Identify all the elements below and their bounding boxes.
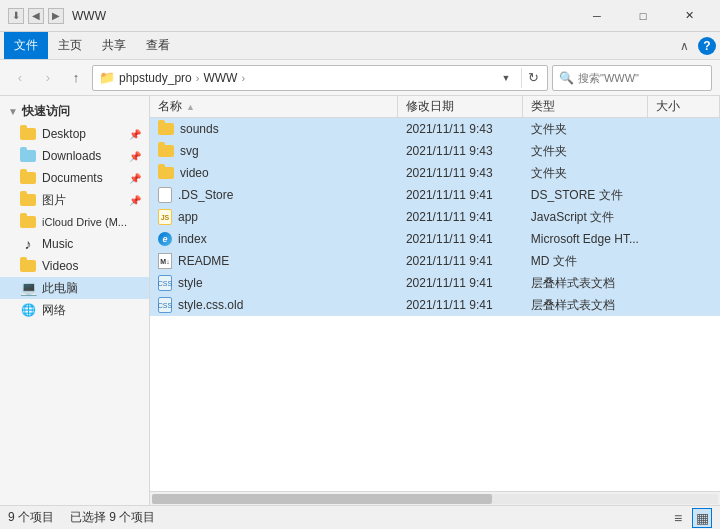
sidebar-network-label: 网络 <box>42 302 66 319</box>
help-icon[interactable]: ? <box>698 37 716 55</box>
file-cell-type: 层叠样式表文档 <box>523 272 648 294</box>
nav-back-button[interactable]: ‹ <box>8 66 32 90</box>
file-list-body[interactable]: sounds 2021/11/11 9:43 文件夹 svg 2021/11/1… <box>150 118 720 491</box>
sidebar-item-network[interactable]: 🌐 网络 <box>0 299 149 321</box>
window-title: WWW <box>72 9 574 23</box>
address-content: phpstudy_pro › WWW › <box>119 71 493 85</box>
file-list-header: 名称 ▲ 修改日期 类型 大小 <box>150 96 720 118</box>
sidebar-item-pictures[interactable]: 图片 📌 <box>0 189 149 211</box>
folder-icon <box>158 145 174 157</box>
address-bar[interactable]: 📁 phpstudy_pro › WWW › ▼ ↻ <box>92 65 548 91</box>
sidebar: ▼ 快速访问 Desktop 📌 Downloads 📌 Documents <box>0 96 150 505</box>
file-cell-name: CSS style.css.old <box>150 294 398 316</box>
quick-access-chevron: ▼ <box>8 106 18 117</box>
table-row[interactable]: e index 2021/11/11 9:41 Microsoft Edge H… <box>150 228 720 250</box>
documents-pin-icon: 📌 <box>129 173 141 184</box>
sidebar-item-icloud[interactable]: iCloud Drive (M... <box>0 211 149 233</box>
downloads-folder-icon <box>20 148 36 164</box>
table-row[interactable]: CSS style 2021/11/11 9:41 层叠样式表文档 <box>150 272 720 294</box>
sidebar-music-label: Music <box>42 237 73 251</box>
file-cell-size <box>648 118 720 140</box>
selected-count: 已选择 9 个项目 <box>70 509 155 526</box>
file-cell-name: JS app <box>150 206 398 228</box>
css-file-icon: CSS <box>158 297 172 313</box>
file-cell-type: 文件夹 <box>523 140 648 162</box>
quick-access-label: 快速访问 <box>22 103 70 120</box>
sidebar-downloads-label: Downloads <box>42 149 101 163</box>
file-cell-size <box>648 140 720 162</box>
network-icon: 🌐 <box>20 302 36 318</box>
sort-indicator: ▲ <box>186 102 195 112</box>
folder-icon <box>158 123 174 135</box>
sidebar-item-desktop[interactable]: Desktop 📌 <box>0 123 149 145</box>
quick-access-icon[interactable]: ⬇ <box>8 8 24 24</box>
sidebar-item-videos[interactable]: Videos <box>0 255 149 277</box>
search-input[interactable] <box>578 72 716 84</box>
sidebar-item-documents[interactable]: Documents 📌 <box>0 167 149 189</box>
nav-up-button[interactable]: ↑ <box>64 66 88 90</box>
col-header-date[interactable]: 修改日期 <box>398 96 523 117</box>
search-bar[interactable]: 🔍 <box>552 65 712 91</box>
file-cell-name: CSS style <box>150 272 398 294</box>
file-cell-date: 2021/11/11 9:43 <box>398 140 523 162</box>
table-row[interactable]: svg 2021/11/11 9:43 文件夹 <box>150 140 720 162</box>
menu-bar: 文件 主页 共享 查看 ∧ ? <box>0 32 720 60</box>
menu-file[interactable]: 文件 <box>4 32 48 59</box>
status-bar: 9 个项目 已选择 9 个项目 ≡ ▦ <box>0 505 720 529</box>
file-cell-name: video <box>150 162 398 184</box>
file-cell-date: 2021/11/11 9:41 <box>398 184 523 206</box>
sidebar-pictures-label: 图片 <box>42 192 66 209</box>
file-cell-type: Microsoft Edge HT... <box>523 228 648 250</box>
quick-access-header[interactable]: ▼ 快速访问 <box>0 100 149 123</box>
col-header-name[interactable]: 名称 ▲ <box>150 96 398 117</box>
col-header-type[interactable]: 类型 <box>523 96 648 117</box>
search-icon: 🔍 <box>559 71 574 85</box>
md-file-icon: M↓ <box>158 253 172 269</box>
table-row[interactable]: .DS_Store 2021/11/11 9:41 DS_STORE 文件 <box>150 184 720 206</box>
close-button[interactable]: ✕ <box>666 0 712 32</box>
back-icon[interactable]: ◀ <box>28 8 44 24</box>
file-cell-type: 文件夹 <box>523 118 648 140</box>
documents-folder-icon <box>20 170 36 186</box>
sidebar-thispc-label: 此电脑 <box>42 280 78 297</box>
table-row[interactable]: video 2021/11/11 9:43 文件夹 <box>150 162 720 184</box>
menu-share[interactable]: 共享 <box>92 32 136 59</box>
address-sep-1: › <box>196 72 200 84</box>
window-controls: ─ □ ✕ <box>574 0 712 32</box>
main-area: ▼ 快速访问 Desktop 📌 Downloads 📌 Documents <box>0 96 720 505</box>
details-view-toggle[interactable]: ≡ <box>668 508 688 528</box>
js-file-icon: JS <box>158 209 172 225</box>
file-cell-type: 层叠样式表文档 <box>523 294 648 316</box>
file-cell-date: 2021/11/11 9:41 <box>398 294 523 316</box>
file-area: 名称 ▲ 修改日期 类型 大小 sounds 2021/11 <box>150 96 720 505</box>
sidebar-item-thispc[interactable]: 💻 此电脑 <box>0 277 149 299</box>
sidebar-icloud-label: iCloud Drive (M... <box>42 216 127 228</box>
table-row[interactable]: sounds 2021/11/11 9:43 文件夹 <box>150 118 720 140</box>
address-dropdown-button[interactable]: ▼ <box>497 69 515 87</box>
maximize-button[interactable]: □ <box>620 0 666 32</box>
file-cell-date: 2021/11/11 9:43 <box>398 118 523 140</box>
address-sep-2: › <box>241 72 245 84</box>
view-toggles: ≡ ▦ <box>668 508 712 528</box>
table-row[interactable]: CSS style.css.old 2021/11/11 9:41 层叠样式表文… <box>150 294 720 316</box>
forward-icon[interactable]: ▶ <box>48 8 64 24</box>
sidebar-item-music[interactable]: ♪ Music <box>0 233 149 255</box>
list-view-toggle[interactable]: ▦ <box>692 508 712 528</box>
title-bar: ⬇ ◀ ▶ WWW ─ □ ✕ <box>0 0 720 32</box>
table-row[interactable]: M↓ README 2021/11/11 9:41 MD 文件 <box>150 250 720 272</box>
minimize-button[interactable]: ─ <box>574 0 620 32</box>
file-cell-type: JavaScript 文件 <box>523 206 648 228</box>
col-header-size[interactable]: 大小 <box>648 96 720 117</box>
menu-home[interactable]: 主页 <box>48 32 92 59</box>
sidebar-item-downloads[interactable]: Downloads 📌 <box>0 145 149 167</box>
collapse-ribbon-icon[interactable]: ∧ <box>674 36 694 56</box>
file-cell-name: svg <box>150 140 398 162</box>
nav-forward-button[interactable]: › <box>36 66 60 90</box>
table-row[interactable]: JS app 2021/11/11 9:41 JavaScript 文件 <box>150 206 720 228</box>
file-cell-name: M↓ README <box>150 250 398 272</box>
horizontal-scrollbar[interactable] <box>150 491 720 505</box>
desktop-pin-icon: 📌 <box>129 129 141 140</box>
address-refresh-button[interactable]: ↻ <box>521 68 541 88</box>
menu-view[interactable]: 查看 <box>136 32 180 59</box>
thispc-icon: 💻 <box>20 280 36 296</box>
